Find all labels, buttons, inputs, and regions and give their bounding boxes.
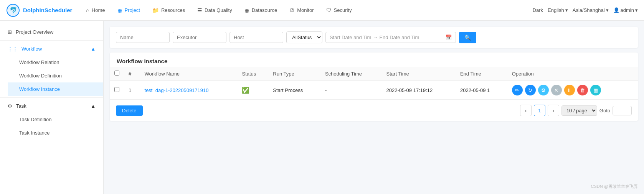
- user-menu[interactable]: 👤 admin ▾: [613, 7, 638, 13]
- sidebar-item-task-definition[interactable]: Task Definition: [8, 113, 103, 126]
- section-header: Workflow Instance: [110, 53, 638, 67]
- task-definition-label: Task Definition: [19, 117, 52, 122]
- data-quality-icon: ☰: [197, 7, 202, 13]
- th-run-type: Run Type: [268, 67, 320, 81]
- sidebar-workflow-sub: Workflow Relation Workflow Definition Wo…: [0, 56, 103, 96]
- logo: 🐬 DolphinScheduler: [6, 3, 72, 17]
- td-end-time: 2022-05-09 1: [456, 81, 507, 100]
- nav-project-label: Project: [125, 7, 140, 13]
- workflow-arrow-icon: ▲: [91, 46, 96, 52]
- nav-home[interactable]: ⌂ Home: [81, 5, 109, 16]
- stop-button[interactable]: ✕: [551, 85, 562, 95]
- row-checkbox[interactable]: [114, 87, 119, 92]
- th-workflow-name: Workflow Name: [140, 67, 238, 81]
- workflow-instance-section: Workflow Instance # Workflow Name Status…: [110, 53, 638, 121]
- sidebar-workflow-group: ⋮⋮ Workflow ▲ Workflow Relation Workflow…: [0, 42, 103, 96]
- theme-label: Dark: [533, 7, 543, 13]
- logo-text: DolphinScheduler: [23, 7, 72, 13]
- nav-datasource[interactable]: ▦ Datasource: [240, 5, 282, 16]
- task-arrow-icon: ▲: [91, 103, 96, 109]
- nav-resources-label: Resources: [161, 7, 185, 13]
- executor-input[interactable]: [173, 32, 226, 43]
- sidebar-task-label: Task: [16, 103, 26, 109]
- name-input[interactable]: [116, 32, 170, 43]
- home-icon: ⌂: [86, 7, 89, 13]
- delete-button[interactable]: Delete: [116, 105, 143, 116]
- workflow-group-icon: ⋮⋮: [8, 46, 18, 52]
- delete-row-button[interactable]: 🗑: [577, 85, 588, 95]
- page-1-button[interactable]: 1: [534, 105, 545, 116]
- project-overview-icon: ⊞: [8, 29, 12, 35]
- table-header-row: # Workflow Name Status Run Type Scheduli…: [110, 67, 638, 81]
- td-operation: ✏ ↻ ⚙ ✕ ⏸ 🗑 ▦: [507, 81, 638, 100]
- pause-button[interactable]: ⏸: [564, 85, 575, 95]
- task-instance-label: Task Instance: [19, 130, 50, 136]
- workflow-name-link[interactable]: test_dag-1-20220509171910: [145, 87, 209, 93]
- th-checkbox: [110, 67, 124, 81]
- edit-button[interactable]: ✏: [512, 85, 523, 95]
- nav-monitor-label: Monitor: [297, 7, 314, 13]
- end-date-placeholder: End Date and Tim: [379, 35, 419, 40]
- sidebar-item-workflow-instance[interactable]: Workflow Instance: [8, 82, 103, 96]
- execute-button[interactable]: ⚙: [538, 85, 549, 95]
- sidebar-item-workflow-relation[interactable]: Workflow Relation: [8, 56, 103, 69]
- svg-text:🐬: 🐬: [10, 7, 17, 14]
- operation-buttons: ✏ ↻ ⚙ ✕ ⏸ 🗑 ▦: [512, 85, 633, 95]
- td-run-type: Start Process: [268, 81, 320, 100]
- workflow-instance-label: Workflow Instance: [19, 86, 60, 92]
- search-button[interactable]: 🔍: [459, 32, 476, 43]
- nav-project[interactable]: ▦ Project: [113, 5, 145, 16]
- theme-toggle[interactable]: Dark: [533, 7, 543, 13]
- th-operation: Operation: [507, 67, 638, 81]
- th-scheduling-time: Scheduling Time: [320, 67, 382, 81]
- language-selector[interactable]: English ▾: [548, 7, 568, 13]
- monitor-icon: 🖥: [289, 7, 295, 13]
- nav-monitor[interactable]: 🖥 Monitor: [285, 5, 318, 16]
- prev-page-button[interactable]: ‹: [520, 105, 532, 116]
- sidebar-workflow-label: Workflow: [21, 46, 42, 52]
- sidebar-task-sub: Task Definition Task Instance: [0, 113, 103, 140]
- resources-icon: 📁: [152, 7, 159, 13]
- task-group-icon: ⚙: [8, 103, 12, 109]
- workflow-definition-label: Workflow Definition: [19, 73, 62, 79]
- next-page-button[interactable]: ›: [548, 105, 559, 116]
- project-icon: ▦: [117, 7, 122, 13]
- user-chevron-icon: ▾: [635, 7, 638, 13]
- filter-bar: AllStatus Running Success Failed Start D…: [110, 27, 638, 48]
- datasource-icon: ▦: [244, 7, 249, 13]
- date-range-arrow-icon: →: [373, 35, 378, 40]
- sidebar-project-overview-label: Project Overview: [16, 29, 53, 35]
- td-num: 1: [124, 81, 140, 100]
- select-all-checkbox[interactable]: [114, 71, 119, 76]
- page-size-select[interactable]: 10 / page 20 / page 50 / page: [561, 105, 597, 116]
- table-footer: Delete ‹ 1 › 10 / page 20 / page 50 / pa…: [110, 100, 638, 121]
- sidebar-item-workflow-definition[interactable]: Workflow Definition: [8, 69, 103, 82]
- main-layout: ⊞ Project Overview ⋮⋮ Workflow ▲ Workflo…: [0, 21, 644, 194]
- topnav-right: Dark English ▾ Asia/Shanghai ▾ 👤 admin ▾: [533, 7, 638, 13]
- nav-datasource-label: Datasource: [252, 7, 277, 13]
- workflow-instance-table: # Workflow Name Status Run Type Scheduli…: [110, 67, 638, 100]
- nav-data-quality[interactable]: ☰ Data Quality: [193, 5, 237, 16]
- goto-input[interactable]: [613, 106, 632, 115]
- status-select[interactable]: AllStatus Running Success Failed: [286, 31, 322, 43]
- sidebar-workflow-header[interactable]: ⋮⋮ Workflow ▲: [0, 42, 103, 56]
- language-label: English: [548, 7, 564, 13]
- date-range-picker[interactable]: Start Date and Tim → End Date and Tim 📅: [325, 32, 456, 43]
- language-chevron-icon: ▾: [565, 7, 568, 13]
- nav-resources[interactable]: 📁 Resources: [148, 5, 190, 16]
- host-input[interactable]: [230, 32, 283, 43]
- sidebar-item-task-instance[interactable]: Task Instance: [8, 126, 103, 140]
- sidebar-task-header[interactable]: ⚙ Task ▲: [0, 99, 103, 113]
- rerun-button[interactable]: ↻: [525, 85, 536, 95]
- status-success-icon: ✅: [242, 87, 249, 94]
- nav-security[interactable]: 🛡 Security: [322, 5, 357, 16]
- sidebar-item-project-overview[interactable]: ⊞ Project Overview: [0, 25, 103, 39]
- goto-label: Goto: [599, 108, 610, 113]
- gantt-button[interactable]: ▦: [590, 85, 601, 95]
- td-scheduling-time: -: [320, 81, 382, 100]
- timezone-chevron-icon: ▾: [606, 7, 609, 13]
- th-status: Status: [237, 67, 268, 81]
- th-num: #: [124, 67, 140, 81]
- timezone-selector[interactable]: Asia/Shanghai ▾: [573, 7, 609, 13]
- th-start-time: Start Time: [382, 67, 456, 81]
